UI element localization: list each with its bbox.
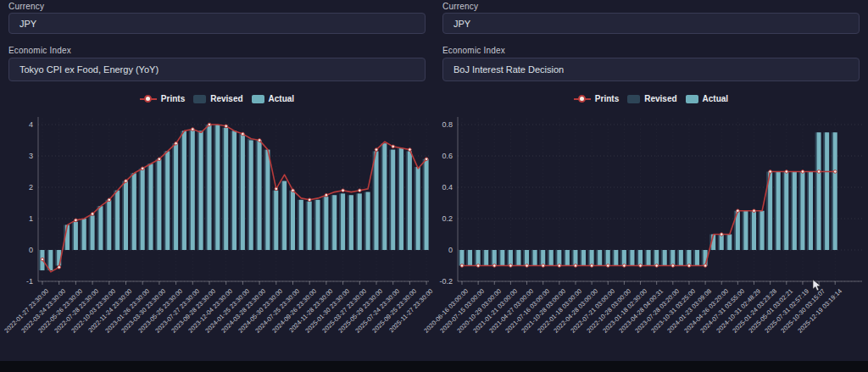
actual-bar[interactable] xyxy=(265,150,270,250)
prints-point[interactable] xyxy=(655,264,659,268)
prints-point[interactable] xyxy=(292,189,295,192)
actual-bar[interactable] xyxy=(124,181,128,250)
prints-point[interactable] xyxy=(817,170,821,174)
actual-bar[interactable] xyxy=(800,172,804,251)
actual-bar[interactable] xyxy=(793,172,797,251)
actual-bar[interactable] xyxy=(679,250,683,266)
actual-bar[interactable] xyxy=(358,193,362,250)
prints-point[interactable] xyxy=(492,264,496,268)
actual-bar[interactable] xyxy=(695,250,699,266)
actual-bar[interactable] xyxy=(332,195,337,250)
prints-point[interactable] xyxy=(242,132,245,136)
actual-bar[interactable] xyxy=(516,250,520,266)
actual-bar[interactable] xyxy=(416,167,420,250)
prints-point[interactable] xyxy=(409,148,412,152)
prints-point[interactable] xyxy=(308,198,311,202)
actual-bar[interactable] xyxy=(663,250,667,266)
prints-point[interactable] xyxy=(192,128,195,131)
actual-bar[interactable] xyxy=(817,132,821,250)
prints-point[interactable] xyxy=(125,180,128,183)
actual-bar[interactable] xyxy=(74,222,78,250)
actual-bar[interactable] xyxy=(476,250,481,266)
actual-bar[interactable] xyxy=(324,197,328,250)
actual-bar[interactable] xyxy=(349,195,353,250)
prints-point[interactable] xyxy=(574,264,577,268)
actual-bar[interactable] xyxy=(224,128,228,250)
actual-bar[interactable] xyxy=(132,173,136,250)
actual-bar[interactable] xyxy=(375,151,379,250)
actual-bar[interactable] xyxy=(654,250,659,266)
actual-bar[interactable] xyxy=(98,206,103,250)
prints-point[interactable] xyxy=(526,264,529,268)
prints-point[interactable] xyxy=(342,189,345,192)
actual-bar[interactable] xyxy=(541,250,545,266)
actual-bar[interactable] xyxy=(598,250,602,266)
prints-point[interactable] xyxy=(801,170,804,174)
actual-bar[interactable] xyxy=(606,250,610,266)
prints-point[interactable] xyxy=(175,142,178,145)
actual-bar[interactable] xyxy=(65,225,70,250)
actual-bar[interactable] xyxy=(174,143,178,250)
prints-point[interactable] xyxy=(687,264,691,268)
actual-bar[interactable] xyxy=(492,250,497,266)
actual-bar[interactable] xyxy=(308,202,312,250)
prints-point[interactable] xyxy=(785,170,788,174)
prints-point[interactable] xyxy=(704,264,707,268)
prints-point[interactable] xyxy=(542,264,545,268)
actual-bar[interactable] xyxy=(341,193,345,250)
actual-bar[interactable] xyxy=(720,235,724,251)
prints-point[interactable] xyxy=(590,264,593,268)
actual-bar[interactable] xyxy=(241,134,245,250)
prints-point[interactable] xyxy=(208,123,211,126)
actual-bar[interactable] xyxy=(199,130,203,250)
prints-point[interactable] xyxy=(58,266,61,269)
prints-point[interactable] xyxy=(275,187,278,191)
actual-bar[interactable] xyxy=(115,191,120,250)
actual-bar[interactable] xyxy=(399,148,403,250)
actual-bar[interactable] xyxy=(670,250,675,266)
prints-point[interactable] xyxy=(392,145,395,148)
actual-bar[interactable] xyxy=(299,200,303,250)
actual-bar[interactable] xyxy=(408,151,412,250)
actual-bar[interactable] xyxy=(509,250,513,266)
prints-point[interactable] xyxy=(509,264,513,268)
actual-bar[interactable] xyxy=(191,130,195,250)
actual-bar[interactable] xyxy=(752,211,756,250)
actual-bar[interactable] xyxy=(48,250,53,270)
actual-bar[interactable] xyxy=(549,250,554,266)
actual-bar[interactable] xyxy=(460,250,465,266)
prints-point[interactable] xyxy=(158,158,161,161)
actual-bar[interactable] xyxy=(776,172,781,251)
actual-bar[interactable] xyxy=(500,250,504,266)
actual-bar[interactable] xyxy=(727,235,732,251)
actual-bar[interactable] xyxy=(825,132,829,250)
actual-bar[interactable] xyxy=(647,250,651,266)
actual-bar[interactable] xyxy=(107,200,111,250)
actual-bar[interactable] xyxy=(91,215,95,250)
actual-bar[interactable] xyxy=(141,169,145,250)
actual-bar[interactable] xyxy=(743,211,748,250)
prints-point[interactable] xyxy=(91,213,94,216)
prints-point[interactable] xyxy=(558,264,561,268)
prints-point[interactable] xyxy=(623,264,626,268)
actual-bar[interactable] xyxy=(316,200,320,250)
prints-point[interactable] xyxy=(460,264,464,268)
prints-point[interactable] xyxy=(753,209,756,213)
prints-point[interactable] xyxy=(606,264,609,268)
prints-point[interactable] xyxy=(258,139,261,142)
actual-bar[interactable] xyxy=(784,172,788,251)
actual-bar[interactable] xyxy=(809,172,813,251)
prints-point[interactable] xyxy=(108,198,111,202)
actual-bar[interactable] xyxy=(833,132,837,250)
actual-bar[interactable] xyxy=(274,191,278,250)
actual-bar[interactable] xyxy=(557,250,561,266)
actual-bar[interactable] xyxy=(249,141,253,251)
actual-bar[interactable] xyxy=(258,141,262,251)
prints-point[interactable] xyxy=(720,233,723,236)
actual-bar[interactable] xyxy=(484,250,488,266)
actual-bar[interactable] xyxy=(760,211,765,250)
actual-bar[interactable] xyxy=(687,250,691,266)
prints-point[interactable] xyxy=(41,258,44,261)
actual-bar[interactable] xyxy=(614,250,618,266)
prints-point[interactable] xyxy=(833,170,837,174)
